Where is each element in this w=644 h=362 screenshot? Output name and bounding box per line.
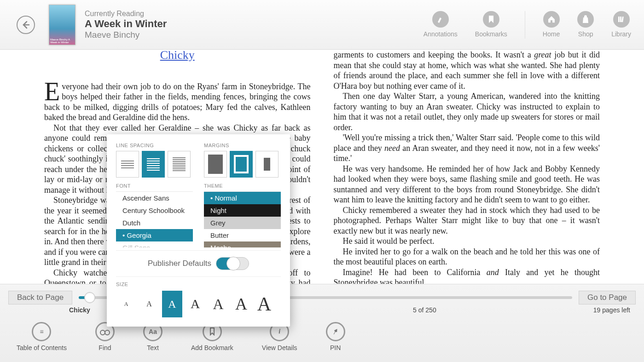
pin-button[interactable]: PIN (326, 322, 345, 351)
top-actions: Annotations Bookmarks Home Shop Library (424, 11, 631, 39)
add-bookmark-label: Add Bookmark (191, 344, 233, 351)
home-label: Home (543, 30, 560, 38)
go-to-page-button[interactable]: Go to Page (579, 291, 636, 305)
home-button[interactable]: Home (543, 11, 560, 39)
page-count-label: 5 of 250 (413, 306, 436, 314)
line-spacing-tight[interactable] (168, 151, 191, 178)
book-author: Maeve Binchy (85, 30, 167, 40)
arrow-left-icon (21, 20, 30, 29)
font-option[interactable]: Century Schoolbook (116, 204, 193, 217)
theme-butter[interactable]: Butter (204, 229, 281, 241)
font-label: FONT (116, 183, 193, 189)
font-option-selected[interactable]: Georgia (116, 229, 193, 241)
size-xxl[interactable]: A (231, 291, 251, 317)
theme-night[interactable]: Night (204, 204, 281, 217)
shop-icon (577, 11, 594, 28)
progress-meta: Chicky 5 of 250 19 pages left (0, 305, 644, 314)
svg-point-3 (100, 330, 105, 335)
top-bar: Currently Reading A Week in Winter Maeve… (0, 0, 644, 50)
library-button[interactable]: Library (611, 11, 631, 39)
library-label: Library (611, 30, 631, 38)
svg-rect-2 (621, 16, 624, 22)
bottom-bar: Back to Page Go to Page Chicky 5 of 250 … (0, 284, 644, 362)
chapter-title[interactable]: Chicky (44, 50, 311, 63)
line-spacing-label: LINE SPACING (116, 143, 193, 148)
font-option[interactable]: Ascender Sans (116, 192, 193, 204)
bookmarks-label: Bookmarks (475, 30, 507, 38)
size-xl[interactable]: A (208, 291, 228, 317)
size-m[interactable]: A (162, 291, 182, 317)
font-option[interactable]: Dutch (116, 217, 193, 229)
divider (525, 11, 525, 39)
publisher-defaults-toggle[interactable] (216, 257, 249, 270)
margins-section: MARGINS (204, 143, 281, 178)
toc-button[interactable]: ≡Table of Contents (17, 322, 67, 351)
view-details-label: View Details (262, 344, 297, 351)
theme-grey[interactable]: Grey (204, 217, 281, 229)
list-icon: ≡ (32, 322, 51, 341)
paragraph: He said it would be perfect. (334, 236, 600, 247)
font-section: FONT Ascender Sans Century Schoolbook Du… (116, 183, 193, 247)
paragraph: Everyone had their own job to do on the … (44, 81, 311, 123)
svg-rect-0 (618, 17, 620, 22)
bottom-actions: ≡Table of Contents Find AaText Add Bookm… (0, 314, 644, 351)
pin-label: PIN (330, 344, 341, 351)
theme-section: THEME Normal Night Grey Butter Mocha (204, 183, 281, 247)
bookmark-icon (483, 11, 499, 28)
bookmarks-button[interactable]: Bookmarks (475, 11, 507, 39)
size-label: SIZE (116, 282, 281, 287)
book-meta: Currently Reading A Week in Winter Maeve… (85, 10, 167, 40)
paragraph: He invited her to go for a walk on the b… (334, 247, 600, 267)
toc-label: Table of Contents (17, 344, 67, 351)
theme-label: THEME (204, 183, 281, 189)
text-label: Text (147, 344, 159, 351)
margins-medium[interactable] (230, 151, 253, 178)
slider-knob[interactable] (84, 292, 95, 303)
highlighter-icon (432, 11, 449, 28)
margins-label: MARGINS (204, 143, 281, 148)
svg-point-4 (105, 330, 110, 335)
line-spacing-wide[interactable] (116, 151, 139, 178)
paragraph: Imagine! He had been to California and I… (334, 267, 600, 284)
find-label: Find (99, 344, 111, 351)
dropcap: E (44, 81, 62, 102)
current-chapter-label: Chicky (69, 306, 90, 314)
font-listbox[interactable]: Ascender Sans Century Schoolbook Dutch G… (116, 191, 193, 247)
theme-listbox[interactable]: Normal Night Grey Butter Mocha (204, 191, 281, 247)
annotations-button[interactable]: Annotations (424, 11, 458, 39)
paragraph: Then one day Walter Starr, a young Ameri… (334, 91, 600, 132)
book-title: A Week in Winter (85, 18, 167, 30)
publisher-defaults-label: Publisher Defaults (148, 259, 211, 268)
size-section: SIZE A A A A A A A (116, 282, 281, 317)
size-s[interactable]: A (139, 291, 159, 317)
progress-row: Back to Page Go to Page (0, 284, 644, 305)
paragraph: garments to customers and keeping the bo… (334, 50, 600, 91)
theme-normal[interactable]: Normal (204, 192, 281, 204)
back-button[interactable] (17, 16, 35, 34)
page-right: garments to customers and keeping the bo… (325, 50, 644, 284)
margins-small[interactable] (204, 151, 227, 178)
back-to-page-button[interactable]: Back to Page (8, 291, 72, 305)
reader-area: Chicky Everyone had their own job to do … (0, 50, 644, 284)
paragraph: 'Well you're missing a trick then,' Walt… (334, 132, 600, 164)
pages-left-label: 19 pages left (593, 306, 630, 314)
size-l[interactable]: A (185, 291, 205, 317)
text-settings-popup: LINE SPACING MARGINS FONT Ascender Sans … (107, 134, 290, 327)
toggle-knob[interactable] (226, 257, 240, 270)
paragraph: Chicky remembered a sweater they had in … (334, 205, 600, 236)
svg-rect-1 (620, 17, 621, 22)
margins-large[interactable] (255, 151, 278, 178)
size-xs[interactable]: A (116, 291, 136, 317)
publisher-defaults-row: Publisher Defaults (116, 250, 281, 277)
size-xxxl[interactable]: A (254, 291, 274, 317)
book-cover[interactable] (49, 5, 75, 45)
line-spacing-normal[interactable] (142, 151, 165, 178)
annotations-label: Annotations (424, 30, 458, 38)
size-options: A A A A A A A (116, 291, 281, 317)
library-icon (613, 11, 630, 28)
shop-label: Shop (578, 30, 593, 38)
font-option[interactable]: Gill Sans (116, 241, 193, 247)
shop-button[interactable]: Shop (577, 11, 594, 39)
line-spacing-section: LINE SPACING (116, 143, 193, 178)
theme-mocha[interactable]: Mocha (204, 241, 281, 247)
